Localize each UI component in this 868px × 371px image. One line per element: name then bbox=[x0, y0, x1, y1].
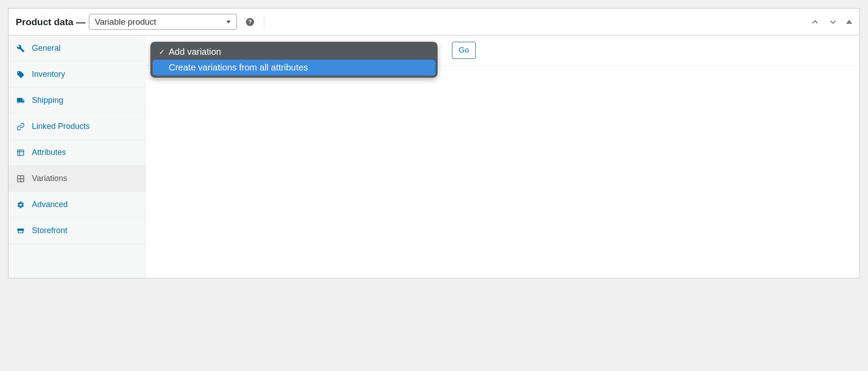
product-type-select[interactable]: Variable product bbox=[89, 14, 237, 30]
sidebar-item-label: General bbox=[32, 44, 61, 53]
sidebar-item-label: Shipping bbox=[32, 96, 63, 105]
panel-body: General Inventory Shipping Linked Produc… bbox=[9, 35, 859, 278]
chevron-down-icon[interactable] bbox=[828, 17, 838, 27]
tag-icon bbox=[16, 70, 26, 79]
dropdown-option-label: Add variation bbox=[169, 47, 221, 57]
product-data-panel: Product data — Variable product ? bbox=[8, 8, 860, 278]
storefront-icon bbox=[16, 226, 26, 235]
sidebar-item-label: Variations bbox=[32, 174, 67, 183]
help-icon[interactable]: ? bbox=[246, 18, 254, 26]
sidebar-item-attributes[interactable]: Attributes bbox=[9, 140, 145, 166]
go-button[interactable]: Go bbox=[452, 42, 476, 59]
variation-action-dropdown[interactable]: ✓ Add variation Create variations from a… bbox=[150, 42, 438, 78]
header-controls bbox=[810, 17, 852, 27]
sidebar-item-storefront[interactable]: Storefront bbox=[9, 218, 145, 244]
dropdown-option-create-from-attributes[interactable]: Create variations from all attributes bbox=[153, 60, 435, 75]
dropdown-option-add-variation[interactable]: ✓ Add variation bbox=[153, 44, 435, 60]
header-divider bbox=[264, 17, 264, 27]
check-icon: ✓ bbox=[159, 48, 168, 56]
panel-title: Product data — bbox=[16, 17, 85, 27]
svg-rect-0 bbox=[18, 150, 24, 155]
gear-icon bbox=[16, 200, 26, 209]
sidebar-item-label: Linked Products bbox=[32, 122, 90, 131]
sidebar-item-linked-products[interactable]: Linked Products bbox=[9, 114, 145, 140]
sidebar-item-advanced[interactable]: Advanced bbox=[9, 192, 145, 218]
sidebar-item-shipping[interactable]: Shipping bbox=[9, 88, 145, 114]
sidebar-item-general[interactable]: General bbox=[9, 35, 145, 62]
list-icon bbox=[16, 148, 26, 157]
wrench-icon bbox=[16, 44, 26, 53]
panel-header: Product data — Variable product ? bbox=[9, 9, 859, 35]
truck-icon bbox=[16, 96, 26, 105]
link-icon bbox=[16, 122, 26, 131]
sidebar-item-label: Advanced bbox=[32, 200, 68, 209]
chevron-up-icon[interactable] bbox=[810, 17, 820, 27]
content-area: Go ✓ Add variation Create variations fro… bbox=[146, 35, 859, 278]
sidebar: General Inventory Shipping Linked Produc… bbox=[9, 35, 146, 278]
dropdown-option-label: Create variations from all attributes bbox=[169, 62, 308, 73]
collapse-panel-icon[interactable] bbox=[846, 20, 852, 24]
sidebar-item-label: Storefront bbox=[32, 226, 67, 235]
sidebar-item-variations[interactable]: Variations bbox=[9, 166, 145, 192]
sidebar-item-inventory[interactable]: Inventory bbox=[9, 62, 145, 88]
grid-icon bbox=[16, 174, 26, 183]
sidebar-item-label: Attributes bbox=[32, 148, 66, 157]
sidebar-item-label: Inventory bbox=[32, 70, 65, 79]
